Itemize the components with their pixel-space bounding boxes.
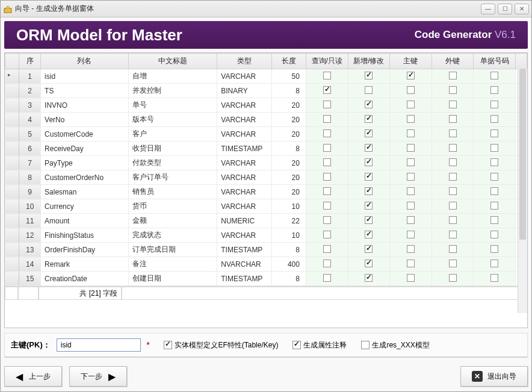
cell-type[interactable]: NVARCHAR — [217, 257, 272, 272]
checkbox-icon[interactable] — [365, 245, 373, 253]
scrollbar-thumb[interactable] — [519, 69, 526, 240]
data-grid[interactable]: 序 列名 中文标题 类型 长度 查询/只读 新增/修改 主键 外键 单据号码 1… — [4, 52, 528, 328]
checkbox-icon[interactable] — [365, 173, 373, 181]
cell-docno[interactable] — [474, 170, 516, 185]
cell-docno[interactable] — [474, 142, 516, 156]
checkbox-icon[interactable] — [323, 72, 331, 79]
row-header[interactable] — [5, 170, 19, 185]
cell-name[interactable]: VerNo — [41, 113, 129, 127]
checkbox-icon[interactable] — [449, 274, 457, 282]
cell-name[interactable]: CustomerCode — [41, 127, 129, 142]
cell-pk[interactable] — [390, 69, 432, 84]
checkbox-icon[interactable] — [323, 274, 331, 282]
cell-docno[interactable] — [474, 199, 516, 214]
cell-query[interactable] — [306, 127, 348, 142]
checkbox-icon[interactable] — [490, 101, 498, 108]
table-row[interactable]: 5CustomerCode客户VARCHAR20 — [5, 127, 527, 142]
cell-title[interactable]: 订单完成日期 — [128, 243, 217, 257]
checkbox-icon[interactable] — [365, 274, 373, 282]
cell-docno[interactable] — [474, 84, 516, 98]
cell-pk[interactable] — [390, 257, 432, 272]
cell-docno[interactable] — [474, 243, 516, 257]
checkbox-icon[interactable] — [323, 86, 331, 94]
cell-title[interactable]: 收货日期 — [128, 142, 217, 156]
cell-addedit[interactable] — [348, 257, 390, 272]
cell-len[interactable]: 20 — [271, 185, 306, 199]
cell-addedit[interactable] — [348, 214, 390, 228]
pk-input[interactable] — [57, 338, 141, 352]
cell-query[interactable] — [306, 84, 348, 98]
cell-query[interactable] — [306, 214, 348, 228]
cell-fk[interactable] — [431, 199, 474, 214]
cell-query[interactable] — [306, 228, 348, 243]
table-row[interactable]: 4VerNo版本号VARCHAR20 — [5, 113, 527, 127]
cell-title[interactable]: 付款类型 — [128, 156, 217, 170]
cell-title[interactable]: 备注 — [128, 257, 217, 272]
cell-fk[interactable] — [431, 69, 474, 84]
checkbox-icon[interactable] — [407, 101, 415, 108]
cell-docno[interactable] — [474, 127, 516, 142]
opt-gen-comments[interactable]: 生成属性注释 — [292, 340, 347, 350]
vertical-scrollbar[interactable] — [518, 69, 527, 313]
row-header[interactable] — [5, 84, 19, 98]
cell-addedit[interactable] — [348, 113, 390, 127]
cell-type[interactable]: BINARY — [217, 84, 272, 98]
checkbox-icon[interactable] — [407, 86, 415, 94]
col-addedit[interactable]: 新增/修改 — [348, 54, 390, 69]
cell-addedit[interactable] — [348, 199, 390, 214]
checkbox-icon[interactable] — [407, 231, 415, 238]
checkbox-icon[interactable] — [407, 216, 415, 224]
cell-title[interactable]: 自增 — [128, 69, 217, 84]
cell-addedit[interactable] — [348, 185, 390, 199]
cell-query[interactable] — [306, 272, 348, 286]
cell-type[interactable]: TIMESTAMP — [217, 243, 272, 257]
cell-len[interactable]: 20 — [271, 127, 306, 142]
table-row[interactable]: 9Salesman销售员VARCHAR20 — [5, 185, 527, 199]
cell-query[interactable] — [306, 98, 348, 113]
cell-fk[interactable] — [431, 84, 474, 98]
cell-len[interactable]: 20 — [271, 98, 306, 113]
cell-fk[interactable] — [431, 170, 474, 185]
col-query[interactable]: 查询/只读 — [306, 54, 348, 69]
cell-pk[interactable] — [390, 84, 432, 98]
cell-len[interactable]: 10 — [271, 228, 306, 243]
cell-len[interactable]: 8 — [271, 243, 306, 257]
row-header[interactable] — [5, 257, 19, 272]
cell-type[interactable]: VARCHAR — [217, 98, 272, 113]
checkbox-icon[interactable] — [323, 216, 331, 224]
row-header[interactable] — [5, 142, 19, 156]
cell-pk[interactable] — [390, 127, 432, 142]
checkbox-icon[interactable] — [365, 86, 373, 94]
cell-pk[interactable] — [390, 185, 432, 199]
checkbox-icon[interactable] — [407, 72, 415, 79]
cell-query[interactable] — [306, 257, 348, 272]
table-row[interactable]: 6ReceiveDay收货日期TIMESTAMP8 — [5, 142, 527, 156]
maximize-button[interactable]: ☐ — [498, 4, 512, 14]
checkbox-icon[interactable] — [449, 245, 457, 253]
checkbox-icon[interactable] — [490, 274, 498, 282]
cell-addedit[interactable] — [348, 84, 390, 98]
checkbox-icon[interactable] — [323, 158, 331, 166]
cell-addedit[interactable] — [348, 170, 390, 185]
cell-fk[interactable] — [431, 185, 474, 199]
col-seq[interactable]: 序 — [19, 54, 41, 69]
checkbox-icon[interactable] — [407, 129, 415, 137]
cell-fk[interactable] — [431, 98, 474, 113]
row-header[interactable] — [5, 199, 19, 214]
cell-name[interactable]: TS — [41, 84, 129, 98]
checkbox-icon[interactable] — [449, 144, 457, 152]
cell-addedit[interactable] — [348, 228, 390, 243]
col-docno[interactable]: 单据号码 — [474, 54, 516, 69]
row-header[interactable] — [5, 243, 19, 257]
checkbox-icon[interactable] — [490, 72, 498, 79]
opt-gen-res-model[interactable]: 生成res_XXX模型 — [361, 340, 429, 350]
checkbox-icon[interactable] — [490, 86, 498, 94]
cell-name[interactable]: CreationDate — [41, 272, 129, 286]
cell-fk[interactable] — [431, 243, 474, 257]
checkbox-icon[interactable] — [449, 187, 457, 195]
row-header[interactable] — [5, 113, 19, 127]
checkbox-icon[interactable] — [449, 115, 457, 123]
cell-docno[interactable] — [474, 98, 516, 113]
checkbox-icon[interactable] — [407, 187, 415, 195]
checkbox-icon[interactable] — [490, 187, 498, 195]
